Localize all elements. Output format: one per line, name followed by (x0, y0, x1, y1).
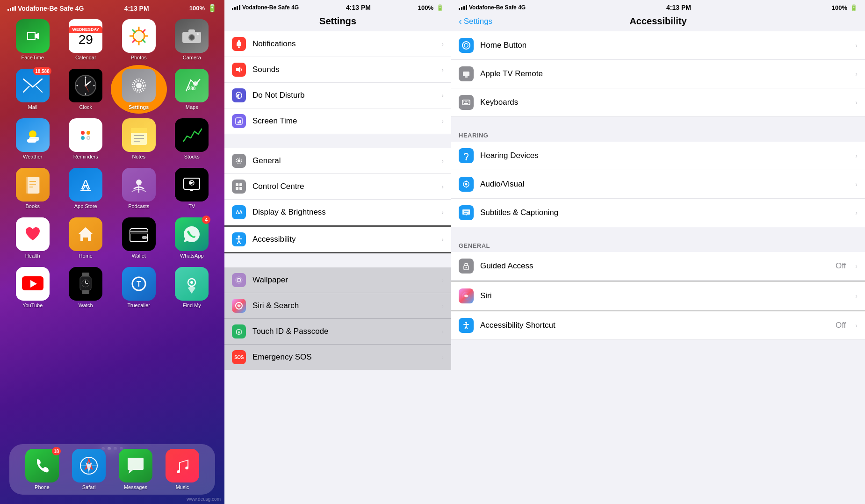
app-youtube[interactable]: YouTube (8, 267, 57, 308)
app-wallet[interactable]: Wallet (115, 217, 163, 259)
acc-row-keyboards[interactable]: Keyboards › (451, 88, 865, 117)
acc-row-guidedaccess[interactable]: Guided Access Off › (451, 252, 865, 281)
settings-row-wallpaper[interactable]: Wallpaper › (224, 267, 451, 293)
dock-safari[interactable]: Safari (72, 449, 106, 490)
acc-row-hearingdevices[interactable]: Hearing Devices › (451, 142, 865, 170)
audiovisual-icon (459, 177, 474, 192)
svg-line-20 (36, 86, 43, 93)
accessibility-label: Accessibility (252, 235, 435, 244)
settings-row-sounds[interactable]: Sounds › (224, 57, 451, 83)
signal-icon (7, 6, 16, 11)
app-dock: 18 Phone Safari Message (9, 444, 215, 495)
dock-music[interactable]: Music (166, 449, 199, 490)
watch-label: Watch (79, 302, 93, 308)
settings-row-donotdisturb[interactable]: Do Not Disturb › (224, 83, 451, 108)
app-appstore[interactable]: A App Store (62, 168, 110, 209)
app-maps[interactable]: 280 Maps (168, 69, 216, 110)
accshortcut-value: Off (836, 321, 846, 330)
app-photos[interactable]: Photos (115, 19, 163, 60)
home-status-bar: Vodafone-Be Safe 4G 4:13 PM 100% 🔋 (0, 0, 224, 14)
app-home[interactable]: Home (62, 217, 110, 259)
youtube-icon (16, 267, 50, 301)
accshortcut-label: Accessibility Shortcut (480, 321, 829, 330)
calendar-label: Calendar (75, 55, 96, 60)
tv-icon (175, 168, 209, 202)
reminders-icon (69, 118, 102, 152)
touchid-icon (232, 324, 246, 338)
settings-row-touchid[interactable]: Touch ID & Passcode › (224, 319, 451, 345)
acc-row-audiovisual[interactable]: Audio/Visual › (451, 170, 865, 199)
app-camera[interactable]: Camera (168, 19, 216, 60)
settings-row-general[interactable]: General › (224, 148, 451, 174)
settings-row-controlcentre[interactable]: Control Centre › (224, 174, 451, 200)
app-reminders[interactable]: Reminders (62, 118, 110, 159)
appletv-icon (459, 66, 474, 81)
podcasts-label: Podcasts (128, 203, 149, 209)
app-facetime[interactable]: FaceTime (8, 19, 57, 60)
controlcentre-label: Control Centre (252, 182, 435, 191)
phone-badge: 18 (52, 447, 61, 455)
dock-phone[interactable]: 18 Phone (25, 449, 59, 490)
svg-point-89 (238, 159, 240, 162)
svg-rect-112 (468, 101, 469, 102)
svg-rect-34 (181, 75, 202, 96)
acc-row-appletv[interactable]: Apple TV Remote › (451, 60, 865, 88)
settings-row-siri[interactable]: Siri & Search › (224, 293, 451, 319)
settings-row-accessibility[interactable]: Accessibility › (224, 225, 451, 253)
settings-label: Settings (129, 104, 149, 110)
homebutton-label: Home Button (480, 41, 849, 50)
accshortcut-icon (459, 318, 474, 333)
svg-point-104 (462, 42, 470, 49)
acc-sep-1 (451, 117, 865, 122)
svg-rect-92 (239, 183, 242, 186)
svg-text:280: 280 (188, 86, 196, 91)
app-findmy[interactable]: Find My (168, 267, 216, 308)
settings-sep-2 (224, 254, 451, 267)
clock-label: Clock (79, 104, 92, 110)
app-books[interactable]: Books (8, 168, 57, 209)
settings-row-notifications[interactable]: Notifications › (224, 31, 451, 57)
settings-row-display[interactable]: AA Display & Brightness › (224, 200, 451, 225)
acc-row-accshortcut[interactable]: Accessibility Shortcut Off › (451, 311, 865, 340)
acc-battery: 100% 🔋 (832, 4, 858, 11)
acc-back-button[interactable]: ‹ Settings (459, 16, 492, 27)
app-clock[interactable]: Clock (62, 69, 110, 110)
app-tv[interactable]: TV (168, 168, 216, 209)
music-icon (166, 449, 199, 482)
camera-label: Camera (183, 55, 201, 60)
messages-label: Messages (124, 484, 147, 490)
accessibility-icon (232, 232, 246, 246)
svg-point-102 (238, 278, 240, 280)
app-podcasts[interactable]: Podcasts (115, 168, 163, 209)
app-stocks[interactable]: Stocks (168, 118, 216, 159)
app-truecaller[interactable]: T Truecaller (115, 267, 163, 308)
acc-row-siri[interactable]: Siri › (451, 281, 865, 311)
app-notes[interactable]: Notes (115, 118, 163, 159)
app-watch[interactable]: Watch (62, 267, 110, 308)
acc-row-homebutton[interactable]: Home Button › (451, 31, 865, 60)
svg-rect-0 (24, 27, 42, 45)
phone-label: Phone (35, 484, 50, 490)
app-calendar[interactable]: WEDNESDAY 29 Calendar (62, 19, 110, 60)
settings-row-emergency[interactable]: SOS Emergency SOS › (224, 345, 451, 370)
app-weather[interactable]: Weather (8, 118, 57, 159)
accshortcut-chevron: › (855, 322, 858, 329)
app-mail[interactable]: 18,588 Mail (8, 69, 57, 110)
app-health[interactable]: Health (8, 217, 57, 259)
settings-row-screentime[interactable]: Screen Time › (224, 108, 451, 134)
svg-point-15 (189, 35, 194, 40)
dock-messages[interactable]: Messages (119, 449, 152, 490)
svg-point-122 (466, 267, 467, 268)
app-whatsapp[interactable]: 4 WhatsApp (168, 217, 216, 259)
settings-icon (122, 69, 156, 102)
svg-point-23 (85, 77, 86, 78)
home-icon (69, 217, 102, 251)
app-settings[interactable]: Settings (115, 69, 163, 110)
svg-rect-107 (465, 76, 468, 78)
acc-row-subtitles[interactable]: Subtitles & Captioning › (451, 199, 865, 227)
messages-icon (119, 449, 152, 482)
mail-icon: 18,588 (16, 69, 50, 102)
camera-icon (175, 19, 209, 53)
touchid-label: Touch ID & Passcode (252, 327, 435, 336)
status-bar-left: Vodafone-Be Safe 4G (7, 5, 84, 12)
